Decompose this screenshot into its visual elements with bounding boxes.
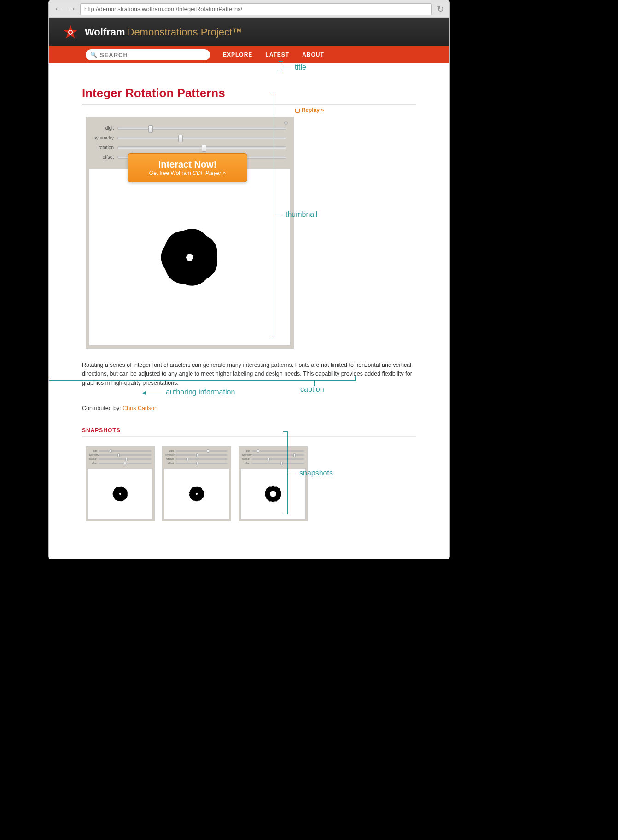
nav-latest[interactable]: LATEST: [265, 52, 289, 58]
output-area: [89, 169, 291, 346]
url-bar[interactable]: [80, 3, 432, 15]
svg-point-2: [196, 493, 198, 495]
contributor-line: Contributed by: Chris Carlson: [82, 405, 416, 411]
animation-marker-icon[interactable]: [284, 121, 288, 125]
reload-button[interactable]: ↻: [435, 4, 446, 15]
browser-window: ← → ↻ Wolfram Demonstrations Project™: [48, 0, 450, 559]
divider: [82, 436, 416, 437]
slider-symmetry[interactable]: symmetry: [93, 135, 286, 140]
replay-link[interactable]: Replay »: [82, 107, 324, 113]
annotation-title: title: [295, 63, 306, 71]
slider-label: rotation: [93, 145, 114, 150]
page-title: Integer Rotation Patterns: [82, 86, 416, 100]
controls-area: digit symmetry rotation offset: [86, 117, 293, 169]
contributor-link[interactable]: Chris Carlson: [122, 405, 157, 411]
slider-rotation[interactable]: rotation: [93, 145, 286, 150]
pattern-graphic: [130, 197, 250, 317]
annotation-authoring: authoring information: [166, 388, 235, 396]
brand-text: Wolfram Demonstrations Project™: [85, 26, 242, 38]
snapshot-3[interactable]: digit symmetry rotation offset: [239, 446, 308, 521]
annotation-arrow: [141, 393, 162, 393]
divider: [82, 104, 416, 105]
nav-bar: 🔍 EXPLORE LATEST ABOUT: [49, 46, 449, 63]
slider-track[interactable]: [117, 127, 286, 130]
wolfram-logo-icon: [62, 23, 79, 41]
annotation-tick: [314, 381, 315, 386]
brand-wolfram: Wolfram: [85, 26, 125, 38]
brand-demonstrations: Demonstrations Project: [127, 26, 233, 38]
snapshots-row: digit symmetry rotation offset digit sym…: [86, 446, 416, 521]
slider-track[interactable]: [117, 146, 286, 149]
snapshot-1[interactable]: digit symmetry rotation offset: [86, 446, 155, 521]
manipulate-panel: digit symmetry rotation offset: [86, 117, 294, 349]
brand-tm: ™: [232, 26, 242, 38]
site-header: Wolfram Demonstrations Project™: [49, 18, 449, 46]
nav-about[interactable]: ABOUT: [302, 52, 324, 58]
snapshots-heading: SNAPSHOTS: [82, 427, 416, 434]
slider-track[interactable]: [117, 137, 286, 139]
search-box[interactable]: 🔍: [86, 49, 210, 60]
search-input[interactable]: [100, 52, 205, 58]
search-icon: 🔍: [90, 52, 97, 58]
browser-toolbar: ← → ↻: [49, 0, 449, 18]
slider-label: digit: [93, 126, 114, 131]
contributor-label: Contributed by:: [82, 405, 122, 411]
replay-icon: [295, 108, 300, 113]
snapshot-2[interactable]: digit symmetry rotation offset: [162, 446, 231, 521]
annotation-bracket: [283, 61, 283, 73]
caption-text: Rotating a series of integer font charac…: [82, 361, 413, 388]
cta-subtitle: Get free Wolfram CDF Player »: [132, 170, 243, 176]
back-button[interactable]: ←: [52, 4, 64, 15]
slider-label: symmetry: [93, 135, 114, 140]
viewport: Wolfram Demonstrations Project™ 🔍 EXPLOR…: [49, 18, 449, 559]
svg-point-3: [270, 491, 276, 497]
cta-title: Interact Now!: [132, 159, 243, 170]
cta-button[interactable]: Interact Now! Get free Wolfram CDF Playe…: [128, 153, 247, 182]
slider-digit[interactable]: digit: [93, 126, 286, 131]
annotation-tick: [283, 67, 291, 67]
nav-explore[interactable]: EXPLORE: [223, 52, 252, 58]
slider-label: offset: [93, 155, 114, 160]
replay-label: Replay »: [302, 107, 324, 113]
forward-button[interactable]: →: [66, 4, 77, 15]
